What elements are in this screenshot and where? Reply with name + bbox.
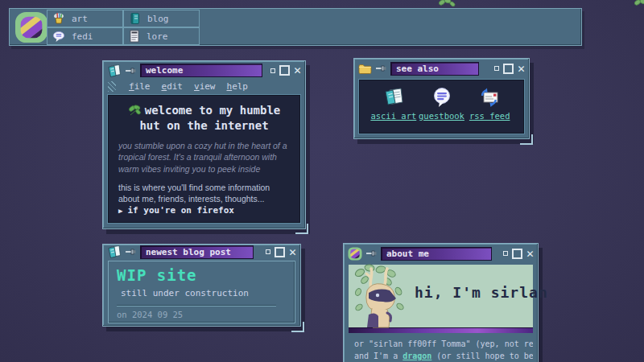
pin-icon[interactable]	[126, 248, 136, 256]
shortcut-label: ascii art	[370, 111, 416, 121]
minimize-button[interactable]	[503, 251, 508, 256]
dragon-avatar	[350, 263, 410, 329]
blog-post-title: WIP site	[117, 266, 287, 284]
window-see-also: see also ✕ ascii art	[353, 58, 530, 139]
welcome-titlebar[interactable]: welcome ✕	[103, 61, 305, 80]
shortcut-label: guestbook	[419, 111, 464, 121]
minimize-button[interactable]	[270, 68, 275, 73]
maximize-button[interactable]	[512, 249, 522, 259]
menu-file[interactable]: file	[129, 81, 151, 92]
document-icon	[129, 30, 140, 43]
nav-link-label: art	[72, 14, 88, 24]
pin-icon[interactable]	[366, 249, 377, 257]
window-title: see also	[390, 62, 479, 76]
folder-icon	[358, 63, 372, 75]
window-about-me: about me ✕	[343, 243, 539, 362]
resize-handle[interactable]	[291, 322, 304, 332]
menu-view[interactable]: view	[194, 81, 216, 92]
shortcut-label: rss feed	[469, 111, 510, 121]
nav-link-art[interactable]: art	[47, 10, 123, 27]
nav-link-lore[interactable]: lore	[123, 27, 200, 45]
maximize-button[interactable]	[503, 64, 514, 74]
minimize-button[interactable]	[494, 66, 499, 71]
nav-link-label: lore	[147, 31, 168, 42]
paint-cup-icon	[52, 12, 65, 25]
about-line-1: or "sirlan ff00ff Tomma" (yep, not real …	[354, 338, 527, 350]
nav-link-label: blog	[147, 14, 169, 24]
welcome-body-text: this is where you'll find some informati…	[118, 182, 290, 205]
window-title: newest blog post	[140, 245, 254, 259]
site-logo-icon	[348, 247, 362, 261]
blog-content: WIP site still under construction on 202…	[108, 261, 295, 323]
site-logo[interactable]	[14, 11, 48, 43]
see-also-titlebar[interactable]: see also ✕	[354, 59, 529, 78]
notepad-icon	[107, 245, 122, 259]
dragon-link[interactable]: dragon	[402, 352, 431, 360]
see-also-content: ascii art guestbook rss	[359, 80, 524, 134]
leaf-icon	[128, 105, 142, 117]
nav-links: art blog fedi	[47, 10, 200, 45]
firefox-details-toggle[interactable]: ▶if you're on firefox	[118, 205, 290, 216]
shortcut-ascii-art[interactable]: ascii art	[369, 87, 418, 130]
about-line-2-post: (or still hope to be one irl)	[431, 352, 533, 360]
maximize-button[interactable]	[279, 65, 290, 76]
about-titlebar[interactable]: about me ✕	[344, 244, 538, 263]
resize-handle[interactable]	[295, 224, 308, 234]
site-nav-bar: art blog fedi	[9, 8, 582, 46]
details-arrow-icon: ▶	[118, 207, 122, 215]
ascii-art-icon	[383, 87, 404, 108]
maximize-button[interactable]	[275, 247, 285, 257]
menu-help[interactable]: help	[227, 81, 249, 92]
blog-post-subtitle: still under construction	[121, 288, 287, 298]
leaf-decoration	[633, 0, 644, 9]
blog-post-date: on 2024 09 25	[117, 310, 287, 319]
welcome-heading-text: welcome to my humble hut on the internet	[139, 104, 280, 132]
rss-feed-icon	[479, 87, 501, 108]
speech-bubble-icon	[52, 31, 65, 43]
details-label: if you're on firefox	[127, 205, 233, 216]
notebook-icon	[129, 12, 141, 25]
about-line-2-pre: and I'm a	[354, 352, 402, 360]
nav-link-fedi[interactable]: fedi	[47, 27, 123, 45]
blog-titlebar[interactable]: newest blog post ✕	[103, 245, 300, 259]
about-banner: hi, I'm sirlan	[349, 265, 533, 327]
pin-icon[interactable]	[126, 67, 136, 75]
shortcut-rss-feed[interactable]: rss feed	[465, 87, 514, 130]
minimize-button[interactable]	[266, 249, 270, 254]
about-text: or "sirlan ff00ff Tomma" (yep, not real …	[349, 333, 533, 362]
welcome-heading: welcome to my humble hut on the internet	[118, 103, 290, 134]
window-title: about me	[381, 247, 492, 261]
nav-link-label: fedi	[72, 31, 93, 42]
welcome-content: welcome to my humble hut on the internet…	[108, 95, 300, 223]
nav-link-blog[interactable]: blog	[123, 10, 200, 27]
about-line-2: and I'm a dragon (or still hope to be on…	[354, 350, 527, 362]
guestbook-icon	[431, 87, 452, 108]
divider	[117, 305, 276, 306]
close-button[interactable]: ✕	[526, 249, 534, 259]
welcome-menubar: file edit view help	[103, 80, 305, 93]
resize-handle[interactable]	[520, 134, 533, 145]
window-newest-blog-post: newest blog post ✕ WIP site still under …	[102, 244, 301, 327]
close-button[interactable]: ✕	[289, 247, 296, 257]
close-button[interactable]: ✕	[518, 64, 525, 74]
notepad-icon	[107, 64, 122, 78]
menu-edit[interactable]: edit	[162, 81, 184, 92]
pin-icon[interactable]	[376, 64, 386, 72]
window-welcome: welcome ✕ file edit view help welcome to…	[102, 60, 306, 229]
window-title: welcome	[140, 64, 262, 77]
about-heading: hi, I'm sirlan	[415, 284, 548, 301]
close-button[interactable]: ✕	[294, 65, 301, 76]
shortcut-guestbook[interactable]: guestbook	[418, 87, 466, 130]
welcome-flavor-text: you stumble upon a cozy hut in the heart…	[118, 140, 290, 175]
menu-grip[interactable]	[108, 81, 116, 92]
